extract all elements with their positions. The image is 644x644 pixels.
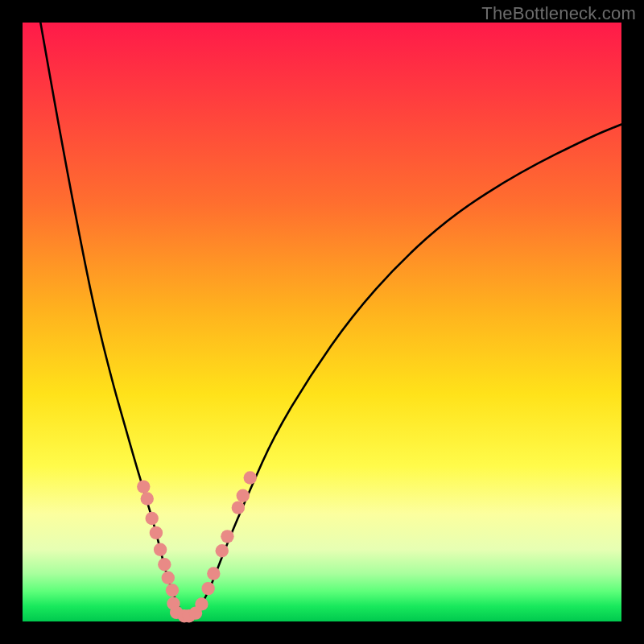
watermark-text: TheBottleneck.com: [481, 3, 636, 24]
curve-group: [40, 23, 621, 618]
data-marker: [207, 567, 220, 580]
data-marker: [150, 526, 163, 539]
chart-svg: [23, 23, 621, 621]
data-marker: [232, 501, 245, 514]
data-marker: [244, 471, 257, 484]
data-marker: [162, 571, 175, 584]
data-marker: [158, 558, 171, 571]
marker-group: [137, 471, 257, 622]
plot-area: [23, 23, 621, 621]
data-marker: [195, 597, 208, 610]
data-marker: [154, 543, 167, 556]
chart-frame: TheBottleneck.com: [0, 0, 644, 644]
bottleneck-curve: [40, 23, 621, 618]
data-marker: [166, 584, 179, 597]
data-marker: [221, 530, 233, 543]
data-marker: [216, 544, 229, 557]
data-marker: [146, 512, 159, 525]
data-marker: [141, 492, 154, 505]
data-marker: [201, 582, 214, 595]
data-marker: [137, 480, 150, 493]
data-marker: [237, 489, 250, 502]
